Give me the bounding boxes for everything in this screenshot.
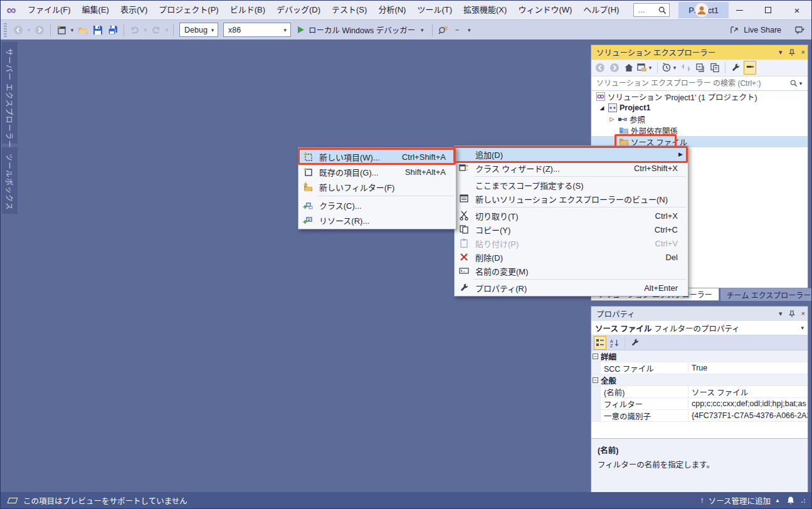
save-button[interactable] — [91, 23, 105, 38]
properties-header[interactable]: プロパティ ▾ × — [591, 307, 808, 321]
collapse-all-button[interactable] — [694, 61, 707, 75]
solution-search-input[interactable] — [595, 78, 790, 88]
maximize-button[interactable] — [754, 1, 783, 19]
close-icon[interactable]: × — [801, 49, 805, 56]
sidebar-tab-toolbox[interactable]: ツールボックス — [2, 147, 18, 214]
preview-selected-button[interactable] — [744, 61, 756, 75]
expander-collapsed-icon[interactable]: ▷ — [607, 116, 617, 122]
collapse-category-icon[interactable]: − — [593, 354, 598, 359]
new-project-button[interactable] — [55, 23, 68, 38]
tree-item-label: 参照 — [628, 113, 645, 125]
menubar-item[interactable]: 分析(N) — [372, 1, 411, 19]
menubar-item[interactable]: テスト(S) — [326, 1, 372, 19]
chevron-down-icon[interactable]: ▾ — [672, 65, 678, 71]
window-position-icon[interactable]: ▾ — [779, 310, 783, 317]
tree-item[interactable]: ◢Project1 — [591, 102, 808, 113]
configuration-combobox[interactable]: Debug▾ — [179, 23, 218, 37]
menu-item-W[interactable]: 新しい項目(W)...Ctrl+Shift+A — [298, 149, 456, 164]
toolbar-grip[interactable] — [4, 23, 7, 37]
chevron-down-icon[interactable]: ▾ — [466, 27, 472, 33]
property-row[interactable]: SCC ファイルTrue — [591, 362, 808, 374]
solution-explorer-search[interactable]: ▾ — [591, 76, 808, 91]
properties-object-combobox[interactable]: ソース ファイル フィルターのプロパティ ▾ — [591, 321, 808, 335]
start-debugging-button[interactable]: ローカル Windows デバッガー ▾ — [297, 24, 425, 36]
tree-item[interactable]: 外部依存関係 — [591, 125, 808, 136]
categorized-view-button[interactable] — [594, 336, 606, 350]
window-position-icon[interactable]: ▾ — [779, 49, 783, 56]
pin-icon[interactable] — [789, 310, 795, 318]
platform-combobox[interactable]: x86▾ — [223, 23, 291, 37]
property-category-row[interactable]: −全般 — [591, 374, 808, 386]
live-share-button[interactable]: Live Share — [744, 26, 781, 34]
property-value[interactable]: ソース ファイル — [688, 386, 808, 398]
context-menu: 追加(D)▶クラス ウィザード(Z)...Ctrl+Shift+Xここまでスコー… — [454, 145, 688, 296]
menu-item-T[interactable]: 切り取り(T)Ctrl+X — [455, 209, 688, 223]
menu-item-F[interactable]: 新しいフィルター(F) — [298, 179, 456, 194]
expander-expanded-icon[interactable]: ◢ — [597, 105, 607, 111]
menubar-item[interactable]: ウィンドウ(W) — [512, 1, 577, 19]
sync-button — [680, 61, 692, 75]
home-button[interactable] — [623, 61, 635, 75]
tree-item[interactable]: ▷参照 — [591, 113, 808, 125]
property-row[interactable]: (名前)ソース ファイル — [591, 386, 808, 398]
menu-item-D[interactable]: 削除(D)Del — [455, 250, 688, 264]
menu-item-G[interactable]: 既存の項目(G)...Shift+Alt+A — [298, 164, 456, 179]
alphabetical-sort-button[interactable]: AZ — [608, 336, 621, 350]
sidebar-tab-server-explorer[interactable]: サーバー エクスプローラー — [2, 42, 18, 144]
send-feedback-icon[interactable] — [795, 26, 805, 34]
dock-tab-team-explorer[interactable]: チーム エクスプローラー — [720, 288, 812, 301]
property-value[interactable]: cpp;c;cc;cxx;def;odl;idl;hpj;bat;as — [688, 399, 808, 408]
collapse-category-icon[interactable]: − — [593, 377, 598, 383]
toolbar-overflow-button[interactable] — [451, 23, 465, 38]
chevron-down-icon[interactable]: ▾ — [69, 27, 75, 33]
menubar-item[interactable]: ヘルプ(H) — [577, 1, 625, 19]
property-pages-button[interactable] — [629, 336, 641, 350]
user-avatar[interactable] — [695, 3, 709, 17]
tree-item[interactable]: ソリューション 'Project1' (1 プロジェクト) — [591, 91, 808, 102]
notifications-bell-icon[interactable] — [786, 496, 795, 505]
properties-button[interactable] — [729, 61, 742, 75]
menubar-item[interactable]: 編集(E) — [76, 1, 115, 19]
menu-item-S[interactable]: ここまでスコープ指定する(S) — [455, 178, 688, 192]
resize-grip[interactable] — [801, 498, 806, 503]
save-all-button[interactable] — [106, 23, 120, 38]
menubar-item[interactable]: 拡張機能(X) — [458, 1, 512, 19]
minimize-button[interactable] — [725, 1, 754, 19]
solution-explorer-header[interactable]: ソリューション エクスプローラー ▾ × — [591, 45, 808, 60]
menu-item-Z[interactable]: クラス ウィザード(Z)...Ctrl+Shift+X — [455, 161, 688, 175]
property-value[interactable]: {4FC737F1-C7A5-4376-A066-2A32 — [688, 411, 808, 420]
menu-item-shortcut: Ctrl+V — [638, 239, 687, 248]
menubar-item[interactable]: デバッグ(D) — [271, 1, 326, 19]
menubar-item[interactable]: ビルド(B) — [224, 1, 271, 19]
menubar-item[interactable]: ツール(T) — [411, 1, 458, 19]
add-to-source-control-button[interactable]: ↑ ソース管理に追加 ▲ — [700, 495, 780, 506]
close-button[interactable]: × — [783, 1, 811, 19]
open-folder-button[interactable] — [76, 23, 90, 38]
menu-item-N[interactable]: 新しいソリューション エクスプローラーのビュー(N) — [455, 192, 688, 206]
menu-item-P[interactable]: 貼り付け(P)Ctrl+V — [455, 236, 688, 250]
property-category-row[interactable]: −詳細 — [591, 350, 808, 362]
switch-views-button[interactable]: ▾ — [637, 61, 653, 75]
menu-item-C[interactable]: クラス(C)... — [298, 197, 456, 213]
property-row[interactable]: フィルターcpp;c;cc;cxx;def;odl;idl;hpj;bat;as — [591, 398, 808, 410]
menubar-item[interactable]: プロジェクト(P) — [153, 1, 224, 19]
menubar-item[interactable]: ファイル(F) — [22, 1, 76, 19]
pin-icon[interactable] — [789, 49, 795, 56]
quick-search-box[interactable] — [633, 3, 670, 17]
menu-item-Y[interactable]: コピー(Y)Ctrl+C — [455, 223, 688, 236]
show-all-files-button[interactable] — [709, 61, 721, 75]
menubar-item[interactable]: 表示(V) — [115, 1, 153, 19]
status-bar: この項目はプレビューをサポートしていません ↑ ソース管理に追加 ▲ — [1, 492, 811, 508]
redo-button — [149, 23, 163, 38]
menu-item-R[interactable]: リソース(R)... — [298, 213, 456, 228]
quick-search-input[interactable] — [637, 5, 658, 15]
find-in-files-button[interactable] — [436, 23, 450, 38]
property-row[interactable]: 一意の識別子{4FC737F1-C7A5-4376-A066-2A32 — [591, 410, 808, 422]
chevron-down-icon[interactable]: ▾ — [647, 65, 653, 71]
pending-changes-filter-button[interactable]: ▾ — [662, 61, 678, 75]
close-icon[interactable]: × — [801, 310, 805, 317]
menu-item-D[interactable]: 追加(D)▶ — [455, 147, 688, 161]
menu-item-M[interactable]: 名前の変更(M) — [455, 264, 688, 278]
property-value[interactable]: True — [688, 364, 808, 372]
menu-item-R[interactable]: プロパティ(R)Alt+Enter — [455, 281, 688, 295]
